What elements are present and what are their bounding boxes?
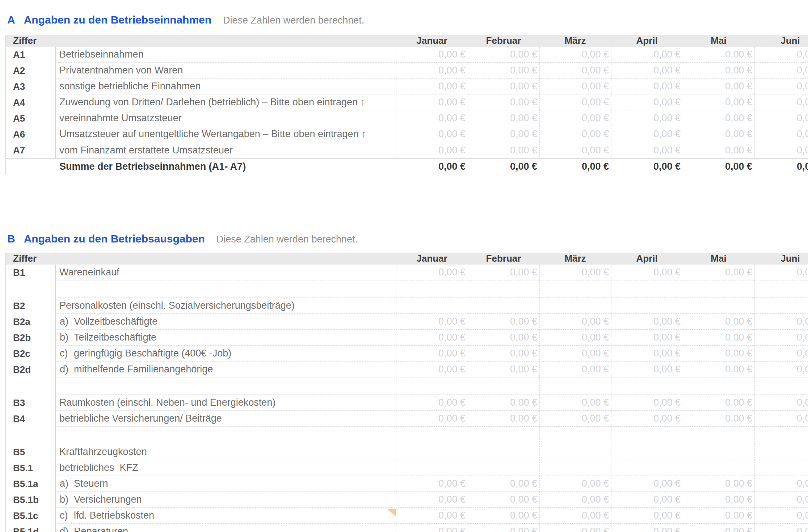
- description-cell[interactable]: betriebliche Versicherungen/ Beiträge: [56, 411, 396, 427]
- value-cell[interactable]: 0,00 €: [396, 492, 468, 508]
- value-cell[interactable]: 0,00 €: [611, 47, 683, 63]
- value-cell[interactable]: 0,00 €: [611, 79, 683, 94]
- value-cell[interactable]: 0,00 €: [468, 63, 539, 79]
- value-cell[interactable]: 0,00 €: [754, 346, 808, 362]
- value-cell[interactable]: 0,00 €: [396, 126, 468, 142]
- column-header-month-5[interactable]: Mai: [683, 35, 754, 47]
- ziffer-cell[interactable]: B3: [6, 395, 56, 411]
- value-cell[interactable]: 0,00 €: [683, 362, 754, 377]
- column-header-month-2[interactable]: Februar: [468, 253, 539, 265]
- value-cell[interactable]: [468, 377, 539, 395]
- value-cell[interactable]: 0,00 €: [683, 476, 754, 492]
- value-cell[interactable]: 0,00 €: [611, 476, 683, 492]
- value-cell[interactable]: [611, 298, 683, 314]
- description-cell[interactable]: b)Versicherungen: [56, 492, 396, 508]
- value-cell[interactable]: 0,00 €: [611, 492, 683, 508]
- value-cell[interactable]: [754, 280, 808, 298]
- value-cell[interactable]: 0,00 €: [396, 362, 468, 377]
- ziffer-cell[interactable]: B5.1: [6, 460, 56, 476]
- value-cell[interactable]: 0,00 €: [754, 110, 808, 126]
- value-cell[interactable]: 0,00 €: [396, 265, 468, 280]
- description-cell[interactable]: [56, 427, 396, 444]
- value-cell[interactable]: [611, 377, 683, 395]
- value-cell[interactable]: 0,00 €: [396, 63, 468, 79]
- value-cell[interactable]: [611, 427, 683, 444]
- value-cell[interactable]: 0,00 €: [539, 126, 611, 142]
- value-cell[interactable]: [468, 427, 539, 444]
- value-cell[interactable]: 0,00 €: [683, 411, 754, 427]
- value-cell[interactable]: [468, 460, 539, 476]
- column-header-month-3[interactable]: März: [539, 253, 611, 265]
- value-cell[interactable]: 0,00 €: [754, 63, 808, 79]
- value-cell[interactable]: [754, 444, 808, 460]
- value-cell[interactable]: 0,00 €: [754, 94, 808, 110]
- ziffer-cell[interactable]: B5: [6, 444, 56, 460]
- value-cell[interactable]: 0,00 €: [754, 79, 808, 94]
- description-cell[interactable]: Wareneinkauf: [56, 265, 396, 280]
- sum-value-cell[interactable]: 0,00 €: [396, 159, 468, 175]
- ziffer-cell[interactable]: A4: [6, 94, 56, 110]
- value-cell[interactable]: 0,00 €: [539, 110, 611, 126]
- column-header-month-6[interactable]: Juni: [754, 35, 808, 47]
- ziffer-cell[interactable]: [6, 427, 56, 444]
- value-cell[interactable]: 0,00 €: [683, 79, 754, 94]
- value-cell[interactable]: 0,00 €: [468, 126, 539, 142]
- value-cell[interactable]: 0,00 €: [539, 47, 611, 63]
- value-cell[interactable]: 0,00 €: [468, 314, 539, 330]
- value-cell[interactable]: 0,00 €: [396, 524, 468, 532]
- sum-label-cell[interactable]: Summe der Betriebseinnahmen (A1- A7): [56, 159, 396, 175]
- value-cell[interactable]: 0,00 €: [396, 395, 468, 411]
- value-cell[interactable]: 0,00 €: [468, 476, 539, 492]
- value-cell[interactable]: 0,00 €: [611, 142, 683, 158]
- ziffer-cell[interactable]: B4: [6, 411, 56, 427]
- value-cell[interactable]: [683, 280, 754, 298]
- value-cell[interactable]: 0,00 €: [539, 492, 611, 508]
- value-cell[interactable]: 0,00 €: [468, 142, 539, 158]
- value-cell[interactable]: 0,00 €: [539, 94, 611, 110]
- sum-value-cell[interactable]: 0,00 €: [539, 159, 611, 175]
- value-cell[interactable]: [683, 444, 754, 460]
- column-header-month-4[interactable]: April: [611, 253, 683, 265]
- ziffer-cell[interactable]: [6, 280, 56, 298]
- value-cell[interactable]: [539, 427, 611, 444]
- value-cell[interactable]: 0,00 €: [611, 362, 683, 377]
- value-cell[interactable]: 0,00 €: [539, 524, 611, 532]
- description-cell[interactable]: a)Vollzeitbeschäftigte: [56, 314, 396, 330]
- value-cell[interactable]: [396, 298, 468, 314]
- value-cell[interactable]: 0,00 €: [539, 476, 611, 492]
- ziffer-cell[interactable]: B2b: [6, 330, 56, 346]
- value-cell[interactable]: 0,00 €: [468, 492, 539, 508]
- value-cell[interactable]: [539, 377, 611, 395]
- description-cell[interactable]: Zuwendung von Dritten/ Darlehen (betrieb…: [56, 94, 396, 110]
- value-cell[interactable]: 0,00 €: [468, 110, 539, 126]
- value-cell[interactable]: 0,00 €: [539, 395, 611, 411]
- value-cell[interactable]: [611, 444, 683, 460]
- ziffer-cell[interactable]: B5.1b: [6, 492, 56, 508]
- value-cell[interactable]: 0,00 €: [468, 94, 539, 110]
- ziffer-cell[interactable]: B5.1d: [6, 524, 56, 532]
- value-cell[interactable]: 0,00 €: [611, 126, 683, 142]
- column-header-month-1[interactable]: Januar: [396, 253, 468, 265]
- value-cell[interactable]: 0,00 €: [396, 508, 468, 524]
- description-cell[interactable]: a)Steuern: [56, 476, 396, 492]
- value-cell[interactable]: 0,00 €: [611, 330, 683, 346]
- description-cell[interactable]: b)Teilzeitbeschäftigte: [56, 330, 396, 346]
- value-cell[interactable]: [396, 377, 468, 395]
- value-cell[interactable]: 0,00 €: [396, 142, 468, 158]
- value-cell[interactable]: 0,00 €: [539, 265, 611, 280]
- column-header-ziffer[interactable]: Ziffer: [6, 35, 56, 47]
- ziffer-cell[interactable]: B2: [6, 298, 56, 314]
- value-cell[interactable]: 0,00 €: [754, 265, 808, 280]
- description-cell[interactable]: Kraftfahrzeugkosten: [56, 444, 396, 460]
- value-cell[interactable]: 0,00 €: [754, 411, 808, 427]
- value-cell[interactable]: 0,00 €: [468, 411, 539, 427]
- value-cell[interactable]: 0,00 €: [539, 411, 611, 427]
- value-cell[interactable]: 0,00 €: [396, 110, 468, 126]
- value-cell[interactable]: 0,00 €: [468, 395, 539, 411]
- value-cell[interactable]: [396, 444, 468, 460]
- value-cell[interactable]: [683, 427, 754, 444]
- value-cell[interactable]: 0,00 €: [611, 524, 683, 532]
- value-cell[interactable]: 0,00 €: [539, 314, 611, 330]
- value-cell[interactable]: 0,00 €: [754, 330, 808, 346]
- description-cell[interactable]: Privatentnahmen von Waren: [56, 63, 396, 79]
